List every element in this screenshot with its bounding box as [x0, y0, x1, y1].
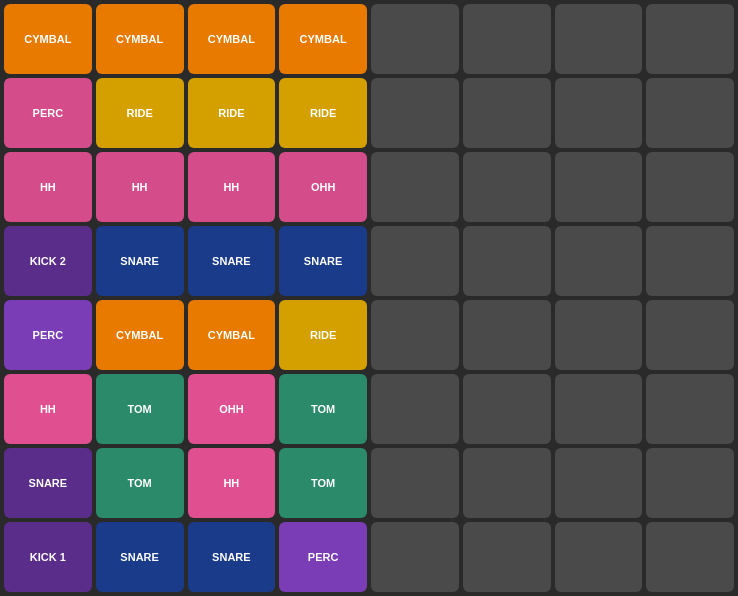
drum-pad-ride-1-2[interactable]: RIDE — [188, 78, 276, 148]
inactive-pad — [555, 374, 643, 444]
inactive-pad — [371, 374, 459, 444]
inactive-pad — [555, 448, 643, 518]
drum-pad-kick-2-3-0[interactable]: KICK 2 — [4, 226, 92, 296]
drum-pad-kick-1-7-0[interactable]: KICK 1 — [4, 522, 92, 592]
drum-pad-snare-3-1[interactable]: SNARE — [96, 226, 184, 296]
inactive-pad — [463, 226, 551, 296]
inactive-pad — [646, 300, 734, 370]
inactive-pad — [555, 522, 643, 592]
inactive-pad — [463, 448, 551, 518]
drum-pad-perc-1-0[interactable]: PERC — [4, 78, 92, 148]
drum-pad-hh-2-1[interactable]: HH — [96, 152, 184, 222]
drum-pad-hh-5-0[interactable]: HH — [4, 374, 92, 444]
drum-pad-perc-4-0[interactable]: PERC — [4, 300, 92, 370]
drum-pad-ohh-5-2[interactable]: OHH — [188, 374, 276, 444]
drum-pad-hh-6-2[interactable]: HH — [188, 448, 276, 518]
drum-pad-snare-7-1[interactable]: SNARE — [96, 522, 184, 592]
inactive-pad — [646, 4, 734, 74]
drum-pad-cymbal-0-3[interactable]: CYMBAL — [279, 4, 367, 74]
inactive-pad — [463, 374, 551, 444]
inactive-pad — [555, 78, 643, 148]
drum-pad-snare-3-2[interactable]: SNARE — [188, 226, 276, 296]
inactive-pad — [646, 152, 734, 222]
inactive-pad — [371, 4, 459, 74]
inactive-pad — [646, 374, 734, 444]
inactive-pad — [646, 448, 734, 518]
drum-pad-hh-2-0[interactable]: HH — [4, 152, 92, 222]
drum-pad-tom-5-3[interactable]: TOM — [279, 374, 367, 444]
inactive-pad — [371, 152, 459, 222]
drum-pad-tom-6-3[interactable]: TOM — [279, 448, 367, 518]
drum-pad-ride-1-3[interactable]: RIDE — [279, 78, 367, 148]
drum-pad-snare-7-2[interactable]: SNARE — [188, 522, 276, 592]
drum-pad-tom-5-1[interactable]: TOM — [96, 374, 184, 444]
inactive-pad — [371, 226, 459, 296]
drum-pad-ohh-2-3[interactable]: OHH — [279, 152, 367, 222]
inactive-pad — [555, 4, 643, 74]
drum-pad-perc-7-3[interactable]: PERC — [279, 522, 367, 592]
inactive-pad — [463, 300, 551, 370]
drum-pad-snare-3-3[interactable]: SNARE — [279, 226, 367, 296]
inactive-pad — [371, 522, 459, 592]
inactive-pad — [555, 152, 643, 222]
drum-pad-ride-4-3[interactable]: RIDE — [279, 300, 367, 370]
inactive-pad — [371, 448, 459, 518]
inactive-pad — [646, 78, 734, 148]
inactive-pad — [555, 226, 643, 296]
drum-pad-snare-6-0[interactable]: SNARE — [4, 448, 92, 518]
inactive-pad — [463, 4, 551, 74]
drum-pad-cymbal-4-2[interactable]: CYMBAL — [188, 300, 276, 370]
drum-pad-grid: CYMBALCYMBALCYMBALCYMBALPERCRIDERIDERIDE… — [0, 0, 738, 596]
drum-pad-hh-2-2[interactable]: HH — [188, 152, 276, 222]
inactive-pad — [371, 300, 459, 370]
drum-pad-cymbal-0-0[interactable]: CYMBAL — [4, 4, 92, 74]
inactive-pad — [371, 78, 459, 148]
inactive-pad — [646, 522, 734, 592]
drum-pad-cymbal-0-2[interactable]: CYMBAL — [188, 4, 276, 74]
drum-pad-cymbal-0-1[interactable]: CYMBAL — [96, 4, 184, 74]
inactive-pad — [463, 522, 551, 592]
inactive-pad — [463, 78, 551, 148]
inactive-pad — [463, 152, 551, 222]
inactive-pad — [555, 300, 643, 370]
drum-pad-cymbal-4-1[interactable]: CYMBAL — [96, 300, 184, 370]
drum-pad-ride-1-1[interactable]: RIDE — [96, 78, 184, 148]
inactive-pad — [646, 226, 734, 296]
drum-pad-tom-6-1[interactable]: TOM — [96, 448, 184, 518]
